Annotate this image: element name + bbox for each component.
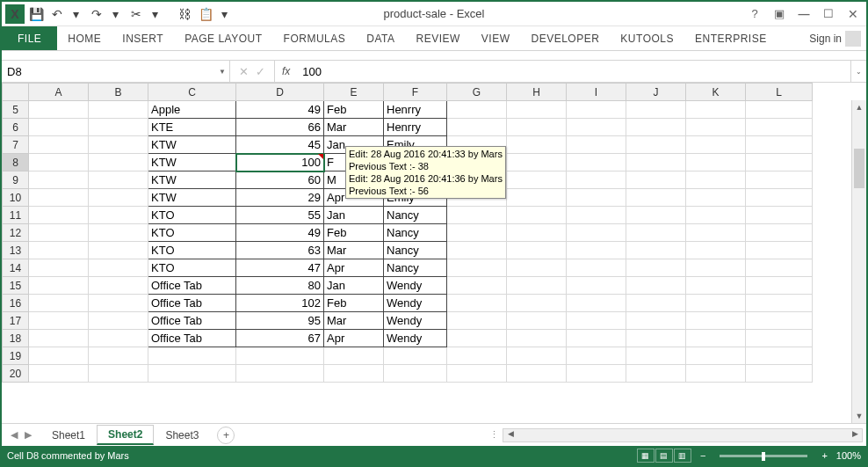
tab-data[interactable]: DATA: [356, 26, 405, 50]
cell[interactable]: [89, 119, 148, 136]
cell[interactable]: Mar: [324, 312, 384, 330]
cell[interactable]: [626, 277, 686, 295]
cell[interactable]: [324, 347, 384, 365]
tab-developer[interactable]: DEVELOPER: [521, 26, 611, 50]
cell[interactable]: Henrry: [384, 101, 447, 119]
cell[interactable]: [29, 171, 89, 189]
cell[interactable]: [324, 365, 384, 383]
cell[interactable]: [686, 101, 746, 119]
cell[interactable]: [507, 277, 567, 295]
cell[interactable]: [746, 242, 813, 259]
cell[interactable]: [746, 330, 813, 347]
cell[interactable]: [686, 347, 746, 365]
tab-home[interactable]: HOME: [57, 26, 112, 50]
cell[interactable]: [686, 119, 746, 136]
cell[interactable]: [29, 136, 89, 154]
cell[interactable]: KTO: [148, 207, 236, 224]
cell[interactable]: [567, 242, 626, 259]
cell[interactable]: [626, 189, 686, 207]
cell[interactable]: Wendy: [384, 312, 447, 330]
cell[interactable]: [447, 207, 507, 224]
sign-in-link[interactable]: Sign in: [804, 26, 866, 50]
cell[interactable]: [626, 224, 686, 242]
horizontal-scrollbar[interactable]: ◀ ▶: [503, 428, 863, 442]
cell[interactable]: Apr: [324, 330, 384, 347]
cell[interactable]: [89, 312, 148, 330]
tab-enterprise[interactable]: ENTERPRISE: [684, 26, 778, 50]
cell[interactable]: [447, 365, 507, 383]
cell[interactable]: Office Tab: [148, 330, 236, 347]
cell[interactable]: [89, 365, 148, 383]
cell[interactable]: [89, 295, 148, 312]
row-header[interactable]: 13: [3, 242, 29, 259]
row-header[interactable]: 14: [3, 259, 29, 277]
cell[interactable]: [686, 277, 746, 295]
cell[interactable]: [29, 189, 89, 207]
cell[interactable]: [447, 224, 507, 242]
cell[interactable]: [89, 347, 148, 365]
cell[interactable]: Nancy: [384, 224, 447, 242]
cell[interactable]: KTO: [148, 242, 236, 259]
cell[interactable]: [507, 171, 567, 189]
scroll-left-icon[interactable]: ◀: [503, 429, 517, 441]
cell[interactable]: Wendy: [384, 277, 447, 295]
cell[interactable]: [686, 330, 746, 347]
scroll-right-icon[interactable]: ▶: [848, 429, 862, 441]
cell[interactable]: [626, 242, 686, 259]
undo-icon[interactable]: ↶: [47, 4, 67, 24]
col-header[interactable]: B: [89, 84, 148, 101]
cell[interactable]: [89, 207, 148, 224]
cell[interactable]: [447, 101, 507, 119]
normal-view-icon[interactable]: ▦: [637, 449, 655, 463]
cell[interactable]: [567, 312, 626, 330]
row-header[interactable]: 18: [3, 330, 29, 347]
col-header[interactable]: F: [384, 84, 447, 101]
cell[interactable]: [384, 365, 447, 383]
cell[interactable]: [29, 119, 89, 136]
cell[interactable]: [686, 224, 746, 242]
enter-icon[interactable]: ✓: [256, 65, 265, 78]
cell[interactable]: [507, 259, 567, 277]
cell[interactable]: [507, 136, 567, 154]
tab-kutools[interactable]: KUTOOLS: [610, 26, 684, 50]
cell[interactable]: [626, 312, 686, 330]
cell[interactable]: [236, 365, 324, 383]
cell[interactable]: Nancy: [384, 207, 447, 224]
cell[interactable]: [447, 242, 507, 259]
cell[interactable]: [447, 277, 507, 295]
cell[interactable]: [29, 224, 89, 242]
cell[interactable]: [89, 242, 148, 259]
cell[interactable]: [507, 189, 567, 207]
select-all-corner[interactable]: [3, 84, 29, 101]
cell[interactable]: [507, 207, 567, 224]
chevron-down-icon[interactable]: ▼: [219, 68, 226, 76]
cell[interactable]: [507, 295, 567, 312]
qat-dropdown-icon[interactable]: ▾: [145, 4, 164, 24]
cell[interactable]: [746, 171, 813, 189]
page-layout-view-icon[interactable]: ▤: [655, 449, 673, 463]
cell[interactable]: [626, 154, 686, 171]
col-header[interactable]: K: [686, 84, 746, 101]
cell[interactable]: [746, 295, 813, 312]
cell[interactable]: [626, 365, 686, 383]
cell[interactable]: [29, 347, 89, 365]
tab-view[interactable]: VIEW: [471, 26, 521, 50]
cell[interactable]: [567, 277, 626, 295]
cell[interactable]: [626, 295, 686, 312]
cell[interactable]: KTE: [148, 119, 236, 136]
cell[interactable]: [746, 277, 813, 295]
cell[interactable]: [686, 242, 746, 259]
sheet-nav-prev-icon[interactable]: ◀: [7, 429, 21, 441]
col-header[interactable]: G: [447, 84, 507, 101]
page-break-view-icon[interactable]: ▥: [674, 449, 691, 463]
cell[interactable]: [567, 171, 626, 189]
cell[interactable]: Mar: [324, 119, 384, 136]
row-header[interactable]: 16: [3, 295, 29, 312]
cell[interactable]: [447, 295, 507, 312]
row-header[interactable]: 7: [3, 136, 29, 154]
cell[interactable]: 55: [236, 207, 324, 224]
close-icon[interactable]: ✕: [842, 3, 864, 26]
qat-icon[interactable]: ⛓: [175, 4, 194, 24]
tab-separator[interactable]: ⋮: [489, 429, 499, 441]
cell[interactable]: [507, 242, 567, 259]
